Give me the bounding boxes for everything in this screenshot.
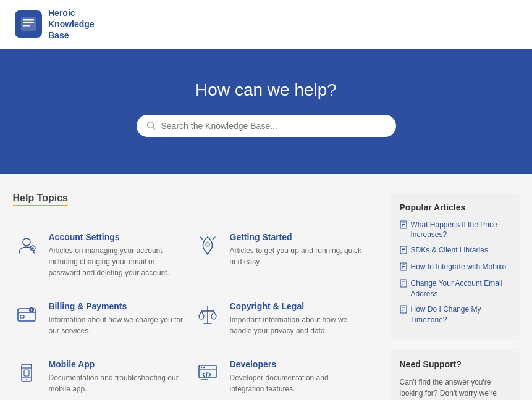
topic-title: Copyright & Legal (230, 301, 365, 311)
svg-line-29 (206, 372, 207, 377)
billing-icon (13, 301, 40, 328)
svg-rect-2 (23, 22, 34, 24)
logo-box (15, 10, 42, 38)
article-link: What Happens If the Price Increases? (411, 220, 510, 241)
topic-billing[interactable]: Billing & Payments Information about how… (13, 290, 194, 348)
hero-section: How can we help? (0, 49, 532, 174)
svg-point-24 (26, 379, 27, 380)
topic-title: Mobile App (49, 359, 184, 369)
article-icon (400, 262, 407, 273)
search-icon (146, 121, 156, 131)
hero-heading: How can we help? (12, 80, 520, 100)
article-icon (400, 279, 407, 290)
need-support-title: Need Support? (400, 359, 510, 369)
article-list: What Happens If the Price Increases? SDK… (400, 220, 510, 325)
article-icon (400, 220, 407, 231)
svg-rect-23 (24, 370, 29, 376)
svg-point-6 (23, 238, 30, 246)
account-settings-icon (13, 232, 40, 259)
sidebar: Popular Articles What Happens If the Pri… (390, 193, 520, 400)
mobile-icon (13, 359, 40, 386)
svg-point-27 (200, 366, 201, 367)
svg-rect-20 (22, 364, 32, 381)
topic-account-settings[interactable]: Account Settings Articles on managing yo… (13, 221, 194, 290)
svg-rect-0 (21, 17, 36, 31)
topic-desc: Documentation and troubleshooting our mo… (49, 372, 184, 394)
article-item[interactable]: How to Integrate with Mobixo (400, 262, 510, 273)
article-icon (400, 305, 407, 316)
search-bar (137, 115, 396, 137)
popular-articles-title: Popular Articles (400, 202, 510, 212)
svg-rect-13 (20, 315, 24, 318)
article-item[interactable]: SDKs & Client Libraries (400, 245, 510, 257)
svg-line-5 (153, 127, 155, 130)
need-support-card: Need Support? Can't find the answer you'… (390, 349, 520, 400)
topic-title: Account Settings (49, 232, 184, 242)
article-item[interactable]: How Do I Change My Timezone? (400, 304, 510, 325)
topics-section: Help Topics Account Settings Articles on… (13, 193, 375, 400)
topic-desc: Developer documentation and integration … (230, 372, 365, 394)
topics-grid: Account Settings Articles on managing yo… (13, 221, 375, 400)
topic-desc: Articles to get you up and running, quic… (230, 245, 365, 267)
article-item[interactable]: Change Your Account Email Address (400, 278, 510, 299)
svg-rect-1 (23, 19, 34, 21)
site-header: Heroic Knowledge Base (0, 0, 532, 49)
topic-legal[interactable]: Copyright & Legal Important information … (194, 290, 375, 348)
article-link: How to Integrate with Mobixo (411, 262, 507, 272)
topic-desc: Articles on managing your account includ… (49, 245, 184, 278)
developers-icon (194, 359, 221, 386)
svg-rect-3 (23, 25, 30, 27)
support-description: Can't find the answer you're looking for… (400, 377, 510, 400)
article-icon (400, 246, 407, 257)
main-content: Help Topics Account Settings Articles on… (1, 174, 532, 400)
topic-getting-started[interactable]: Getting Started Articles to get you up a… (194, 221, 375, 290)
getting-started-icon (194, 232, 221, 259)
topic-developers[interactable]: Developers Developer documentation and i… (194, 348, 375, 400)
app-title: Heroic Knowledge Base (48, 7, 95, 41)
article-item[interactable]: What Happens If the Price Increases? (400, 220, 510, 241)
topic-mobile[interactable]: Mobile App Documentation and troubleshoo… (13, 348, 194, 400)
search-input[interactable] (161, 121, 386, 131)
article-link: How Do I Change My Timezone? (411, 304, 510, 325)
topic-title: Getting Started (230, 232, 365, 242)
legal-icon (194, 301, 221, 328)
svg-point-10 (206, 243, 209, 246)
article-link: Change Your Account Email Address (411, 278, 510, 299)
topic-desc: Important information about how we handl… (230, 314, 365, 336)
logo-icon (20, 15, 37, 33)
topic-title: Billing & Payments (49, 301, 184, 311)
svg-point-28 (203, 366, 204, 367)
popular-articles-card: Popular Articles What Happens If the Pri… (390, 193, 520, 340)
topic-desc: Information about how we charge you for … (49, 314, 184, 336)
topic-title: Developers (230, 359, 365, 369)
section-title: Help Topics (13, 193, 69, 206)
article-link: SDKs & Client Libraries (411, 245, 488, 256)
